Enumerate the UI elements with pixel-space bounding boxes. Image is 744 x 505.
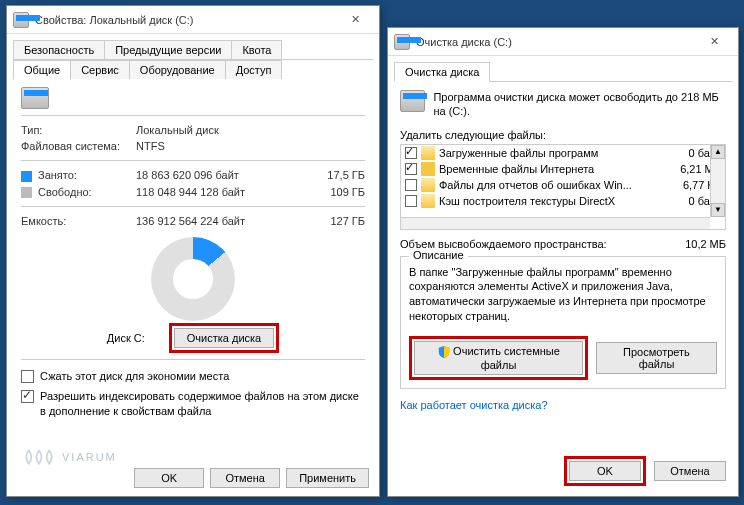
ok-button[interactable]: OK [134,468,204,488]
file-name: Кэш построителя текстуры DirectX [439,195,666,207]
description-title: Описание [409,249,468,261]
tab-hardware[interactable]: Оборудование [129,60,226,79]
used-color-icon [21,171,32,182]
window-title: Очистка диска (C:) [416,36,696,48]
watermark-logo-icon [22,446,56,468]
properties-window: Свойства: Локальный диск (C:) ✕ Безопасн… [6,5,380,497]
description-group: Описание В папке "Загруженные файлы прог… [400,256,726,389]
window-title: Свойства: Локальный диск (C:) [35,14,337,26]
highlight-clean-sys: Очистить системные файлы [409,336,588,380]
free-bytes: 118 048 944 128 байт [136,186,310,199]
file-list-item[interactable]: Кэш построителя текстуры DirectX0 байт [401,193,725,209]
highlight-cleanup: Очистка диска [169,323,279,353]
file-list-item[interactable]: Файлы для отчетов об ошибках Win...6,77 … [401,177,725,193]
tab-prev-versions[interactable]: Предыдущие версии [104,40,232,59]
cancel-button[interactable]: Отмена [210,468,280,488]
drive-icon [400,90,425,112]
scrollbar-vertical[interactable]: ▲ ▼ [710,145,725,217]
file-checkbox[interactable] [405,195,417,207]
free-label: Свободно: [21,186,136,199]
description-text: В папке "Загруженные файлы программ" вре… [409,265,717,324]
watermark: VIARUM [22,446,117,468]
compress-checkbox[interactable] [21,370,34,383]
index-label: Разрешить индексировать содержимое файло… [40,389,365,418]
file-list[interactable]: Загруженные файлы программ0 байтВременны… [400,144,726,230]
disk-c-label: Диск C: [107,332,145,344]
scroll-down-icon[interactable]: ▼ [711,203,725,217]
used-label: Занято: [21,169,136,182]
free-color-icon [21,187,32,198]
file-name: Временные файлы Интернета [439,163,666,175]
file-checkbox[interactable] [405,163,417,175]
apply-button[interactable]: Применить [286,468,369,488]
close-icon[interactable]: ✕ [337,7,373,33]
scroll-up-icon[interactable]: ▲ [711,145,725,159]
used-gb: 17,5 ГБ [310,169,365,182]
tab-quota[interactable]: Квота [231,40,282,59]
fs-value: NTFS [136,140,365,152]
tab-cleanup[interactable]: Очистка диска [394,62,490,82]
file-type-icon [421,162,435,176]
used-bytes: 18 863 620 096 байт [136,169,310,182]
cap-gb: 127 ГБ [310,215,365,227]
tab-general[interactable]: Общие [13,60,71,80]
highlight-ok: OK [564,456,646,486]
shield-icon [437,345,451,359]
freed-value: 10,2 МБ [685,238,726,250]
disk-cleanup-button[interactable]: Очистка диска [174,328,274,348]
file-type-icon [421,194,435,208]
fs-label: Файловая система: [21,140,136,152]
file-checkbox[interactable] [405,179,417,191]
delete-files-label: Удалить следующие файлы: [400,129,726,141]
file-type-icon [421,146,435,160]
file-checkbox[interactable] [405,147,417,159]
usage-pie-chart [151,237,235,321]
type-label: Тип: [21,124,136,136]
cleanup-info: Программа очистки диска может освободить… [433,90,726,119]
file-list-item[interactable]: Загруженные файлы программ0 байт [401,145,725,161]
cap-label: Емкость: [21,215,136,227]
scrollbar-horizontal[interactable] [401,217,710,229]
view-files-button[interactable]: Просмотреть файлы [596,342,717,374]
file-name: Загруженные файлы программ [439,147,666,159]
close-icon[interactable]: ✕ [696,29,732,55]
clean-system-files-button[interactable]: Очистить системные файлы [414,341,583,375]
cap-bytes: 136 912 564 224 байт [136,215,310,227]
file-list-item[interactable]: Временные файлы Интернета6,21 МБ [401,161,725,177]
file-type-icon [421,178,435,192]
tab-security[interactable]: Безопасность [13,40,105,59]
type-value: Локальный диск [136,124,365,136]
drive-icon [13,12,29,28]
disk-cleanup-window: Очистка диска (C:) ✕ Очистка диска Прогр… [387,27,739,497]
ok-button[interactable]: OK [569,461,641,481]
how-it-works-link[interactable]: Как работает очистка диска? [400,399,548,411]
index-checkbox[interactable] [21,390,34,403]
tab-service[interactable]: Сервис [70,60,130,79]
drive-icon [394,34,410,50]
titlebar: Свойства: Локальный диск (C:) ✕ [7,6,379,34]
free-gb: 109 ГБ [310,186,365,199]
titlebar: Очистка диска (C:) ✕ [388,28,738,56]
file-name: Файлы для отчетов об ошибках Win... [439,179,666,191]
cancel-button[interactable]: Отмена [654,461,726,481]
tabs: Безопасность Предыдущие версии Квота Общ… [7,34,379,79]
compress-label: Сжать этот диск для экономии места [40,369,229,383]
drive-icon-large [21,87,49,109]
tab-access[interactable]: Доступ [225,60,283,79]
